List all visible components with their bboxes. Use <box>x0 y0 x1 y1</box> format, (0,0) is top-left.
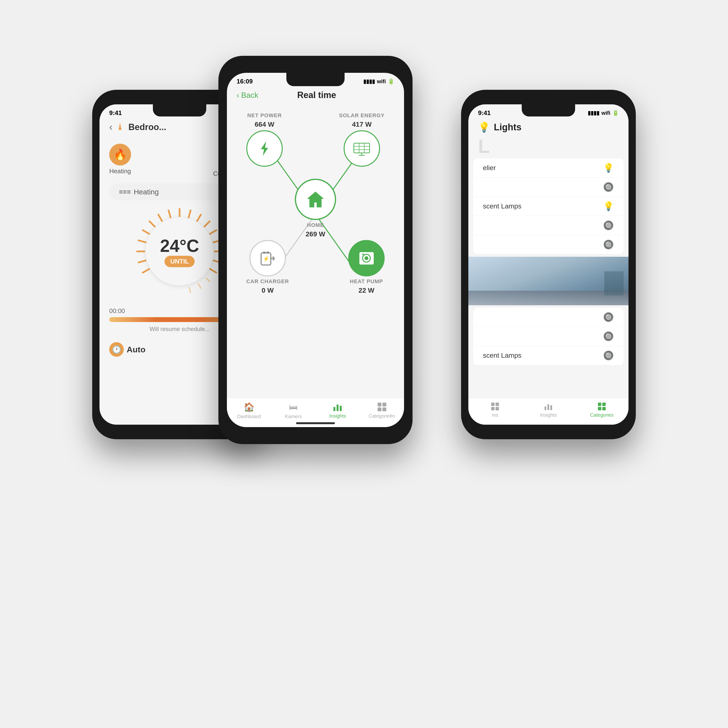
net-power-circle <box>246 130 283 167</box>
back-label: Back <box>241 91 258 100</box>
center-signal-icon: ▮▮▮▮ <box>363 78 375 85</box>
right-tab-insights[interactable]: Insights <box>522 402 575 422</box>
right-tab-rooms-label: ms <box>492 412 499 418</box>
svg-rect-48 <box>382 402 386 407</box>
center-battery-icon: 🔋 <box>388 78 394 85</box>
svg-rect-44 <box>333 407 335 411</box>
center-time: 16:09 <box>237 78 253 85</box>
right-time: 9:41 <box>478 109 491 117</box>
bedroom-title: Bedroo... <box>128 122 166 132</box>
svg-line-3 <box>139 240 145 242</box>
right-status-icons: ▮▮▮▮ wifi 🔋 <box>588 110 619 116</box>
svg-line-6 <box>159 214 162 221</box>
solar-energy-node: SOLAR ENERGY 417 W <box>339 112 385 167</box>
back-arrow-left[interactable]: ‹ <box>109 122 112 133</box>
svg-line-5 <box>150 221 154 226</box>
car-charger-label: CAR CHARGER <box>246 278 289 284</box>
svg-line-7 <box>169 210 171 217</box>
dashboard-icon: 🏠 <box>244 402 255 412</box>
heat-pump-circle <box>348 240 385 277</box>
left-notch <box>153 104 206 116</box>
car-charger-value: 0 W <box>262 287 274 294</box>
solar-panel-icon <box>353 139 371 158</box>
light-item-4: 🔘 <box>473 216 624 235</box>
timeline-start: 00:00 <box>109 307 125 315</box>
svg-rect-58 <box>598 402 601 406</box>
categories-icon <box>377 402 387 412</box>
kamers-icon: 🛏 <box>289 402 298 412</box>
svg-line-18 <box>199 284 201 288</box>
center-title: Real time <box>258 90 375 100</box>
bulb-7-icon[interactable]: 🔘 <box>603 331 614 341</box>
svg-line-16 <box>210 269 216 273</box>
svg-rect-59 <box>602 402 606 406</box>
right-wifi-icon: wifi <box>601 110 610 116</box>
right-signal-icon: ▮▮▮▮ <box>588 110 600 116</box>
left-time: 9:41 <box>109 109 122 117</box>
light-list-section1: elier 💡 🔘 scent Lamps 💡 🔘 🔘 <box>473 159 624 254</box>
svg-line-10 <box>197 214 201 221</box>
light-name-3: scent Lamps <box>483 202 522 210</box>
right-header: 💡 Lights <box>468 119 629 137</box>
tab-kamers[interactable]: 🛏 Kamers <box>271 402 316 425</box>
center-notch <box>286 73 344 86</box>
svg-rect-55 <box>544 407 546 410</box>
thermostat-dial[interactable]: 24°C UNTIL <box>145 217 214 285</box>
room-letter: L <box>468 137 629 156</box>
svg-rect-45 <box>336 405 338 411</box>
svg-rect-35 <box>266 252 269 254</box>
dial-until-badge: UNTIL <box>165 256 195 267</box>
svg-rect-53 <box>491 407 494 410</box>
svg-line-0 <box>143 269 149 273</box>
svg-rect-34 <box>263 252 266 254</box>
heat-pump-node: HEAT PUMP 22 W <box>348 240 385 294</box>
auto-badge: 🕐 Auto <box>109 342 145 357</box>
svg-rect-61 <box>602 407 606 410</box>
svg-rect-54 <box>496 407 499 410</box>
bulb-8-icon[interactable]: 🔘 <box>603 350 614 361</box>
phone-center: 16:09 ▮▮▮▮ wifi 🔋 ‹ Back Real time <box>219 56 413 444</box>
right-tab-categories[interactable]: Categories <box>575 402 629 422</box>
svg-rect-57 <box>551 405 552 410</box>
bulb-4-icon[interactable]: 🔘 <box>603 220 614 231</box>
bulb-2-icon[interactable]: 🔘 <box>603 182 614 192</box>
center-status-icons: ▮▮▮▮ wifi 🔋 <box>363 78 394 85</box>
svg-text:⚡: ⚡ <box>263 255 269 262</box>
lightning-icon <box>256 140 273 157</box>
bulb-3-icon[interactable]: 💡 <box>603 201 614 211</box>
svg-rect-47 <box>378 402 381 407</box>
right-tab-rooms[interactable]: ms <box>468 402 522 422</box>
home-label: HOME <box>307 222 324 228</box>
svg-line-9 <box>189 210 191 217</box>
insights-chart-icon <box>333 402 343 412</box>
svg-rect-49 <box>378 407 381 411</box>
back-link[interactable]: ‹ Back <box>237 91 258 100</box>
tab-insights[interactable]: Insights <box>315 402 360 425</box>
bulb-6-icon[interactable]: 🔘 <box>603 312 614 322</box>
tab-dashboard[interactable]: 🏠 Dashboard <box>227 402 271 425</box>
svg-line-11 <box>205 221 210 226</box>
svg-marker-32 <box>307 191 324 207</box>
bulb-1-icon[interactable]: 💡 <box>603 163 614 173</box>
home-circle <box>295 179 336 220</box>
light-item-6: 🔘 <box>473 308 624 327</box>
svg-rect-25 <box>354 143 370 153</box>
bulb-5-icon[interactable]: 🔘 <box>603 240 614 250</box>
rooms-icon <box>491 402 499 411</box>
auto-label: Auto <box>127 345 145 354</box>
room-photo <box>468 257 629 305</box>
light-name-1: elier <box>483 164 496 172</box>
heat-pump-icon <box>358 249 376 268</box>
center-nav: ‹ Back Real time <box>227 87 404 105</box>
right-phone-screen: 9:41 ▮▮▮▮ wifi 🔋 💡 Lights L elier 💡 <box>468 104 629 425</box>
insights-label: Insights <box>329 413 346 419</box>
dashboard-label: Dashboard <box>237 414 261 419</box>
tab-categories[interactable]: Categorieën <box>360 402 404 425</box>
heating-button-label: Heating <box>134 188 159 196</box>
right-insights-icon <box>544 402 553 411</box>
car-charger-circle: ⚡ <box>249 240 286 277</box>
energy-diagram: NET POWER 664 W SOLAR ENERGY 417 W <box>227 105 404 323</box>
svg-line-4 <box>143 230 149 234</box>
svg-marker-24 <box>261 141 268 156</box>
solar-label: SOLAR ENERGY <box>339 112 385 119</box>
